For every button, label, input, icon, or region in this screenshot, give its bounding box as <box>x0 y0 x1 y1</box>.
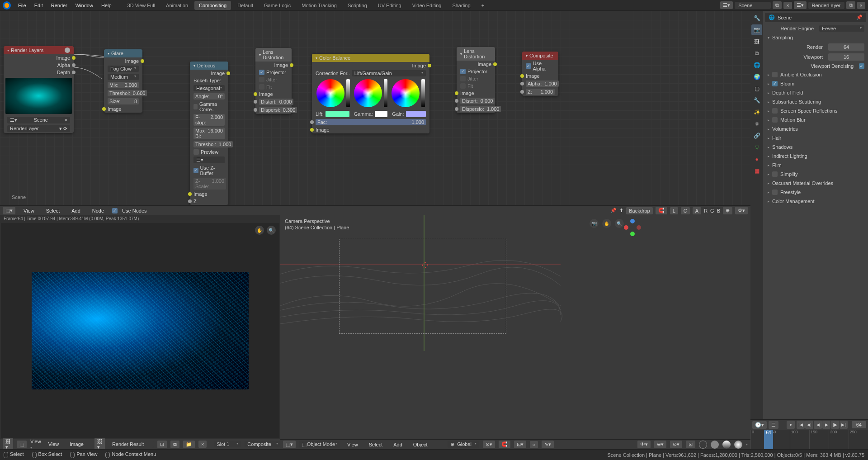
panel-ambient-occlusion[interactable]: ▸Ambient Occlusion <box>765 70 866 79</box>
workspace-tab[interactable]: Shading <box>448 1 475 10</box>
gamma-checkbox[interactable] <box>193 104 198 109</box>
menu-select[interactable]: Select <box>365 441 387 449</box>
tab-data-icon[interactable]: ▽ <box>751 142 762 153</box>
keyframe-next-icon[interactable]: |▶ <box>831 421 839 429</box>
axis-y-icon[interactable] <box>630 232 635 236</box>
projector-checkbox[interactable]: ✓ <box>259 70 264 75</box>
menu-object[interactable]: Object <box>410 441 431 449</box>
node-render-layers[interactable]: ▾Render Layers Image Alpha Depth ☰▾Scene… <box>4 46 74 133</box>
node-color-balance[interactable]: ▾Color Balance Image Correction For..Lif… <box>312 54 429 133</box>
panel-indirect-lighting[interactable]: ▸Indirect Lighting <box>765 152 866 161</box>
node-defocus[interactable]: ▾Defocus Image Bokeh Type: Hexagonal▾ An… <box>190 62 228 205</box>
pass-dropdown[interactable]: Composite▾ <box>245 441 281 447</box>
tab-constraints-icon[interactable]: 🔗 <box>751 130 762 141</box>
editor-type-icon[interactable]: ⬚▾ <box>283 441 296 448</box>
workspace-tab[interactable]: Video Editing <box>408 1 446 10</box>
panel-color-management[interactable]: ▸Color Management <box>765 197 866 206</box>
use-zbuffer-checkbox[interactable]: ✓ <box>193 168 198 173</box>
pivot-icon[interactable]: ⊙▾ <box>483 441 495 448</box>
backdrop-toggle[interactable]: Backdrop <box>626 207 652 214</box>
tab-viewlayer-icon[interactable]: ⧉ <box>751 48 762 59</box>
scene-selector[interactable]: Scene <box>735 2 771 9</box>
play-reverse-icon[interactable]: ◀ <box>814 421 822 429</box>
gain-color-wheel[interactable] <box>392 79 420 107</box>
gain-color-swatch[interactable] <box>406 111 426 117</box>
menu-view[interactable]: View ▾ <box>30 439 41 450</box>
camera-toggle-icon[interactable]: 📷 <box>590 219 599 228</box>
glare-quality-dropdown[interactable]: Medium▾ <box>108 74 139 80</box>
render-samples-value[interactable]: 64 <box>828 43 864 51</box>
tab-world-icon[interactable]: 🌍 <box>751 71 762 82</box>
menu-window[interactable]: Window <box>72 1 97 9</box>
dispersion-value[interactable]: Dispersio:1.000 <box>460 106 501 112</box>
use-count-icon[interactable]: ⊡ <box>157 441 167 448</box>
node-header[interactable]: ▾Lens Distortion <box>255 48 292 62</box>
shading-wireframe-icon[interactable] <box>699 441 707 449</box>
tab-scene-icon[interactable]: 🌐 <box>751 60 762 71</box>
overlays-icon[interactable]: ⊙▾ <box>670 441 682 448</box>
panel-checkbox[interactable] <box>772 81 778 86</box>
panel-sampling[interactable]: ▾Sampling <box>765 33 866 42</box>
menu-edit[interactable]: Edit <box>31 1 47 9</box>
workspace-tab-active[interactable]: Compositing <box>194 1 231 10</box>
preview-toggle-icon[interactable] <box>65 47 70 53</box>
use-alpha-checkbox[interactable]: ✓ <box>526 63 531 69</box>
gamma-color-swatch[interactable] <box>375 111 387 117</box>
engine-dropdown[interactable]: Eevee▾ <box>819 25 864 32</box>
node-lens-distortion-1[interactable]: ▾Lens Distortion Image ✓Projector Jitter… <box>255 48 292 114</box>
add-workspace-icon[interactable]: + <box>477 1 489 10</box>
image-name[interactable]: Render Result <box>108 441 154 448</box>
workspace-tab[interactable]: 3D View Full <box>123 1 160 10</box>
snap-icon[interactable]: 🧲 <box>499 441 510 448</box>
dispersion-value[interactable]: Dispersi:0.300 <box>259 107 297 113</box>
nav-gizmo[interactable] <box>624 219 642 237</box>
pan-tool-icon[interactable]: ✋ <box>255 226 264 235</box>
panel-checkbox[interactable] <box>772 117 778 123</box>
playhead[interactable]: 64 <box>764 430 773 450</box>
panel-subsurface-scattering[interactable]: ▸Subsurface Scattering <box>765 97 866 106</box>
node-header[interactable]: ▾Render Layers <box>4 46 74 54</box>
tab-texture-icon[interactable]: ▦ <box>751 166 762 176</box>
shading-options-icon[interactable]: ▾ <box>746 442 748 446</box>
image-view[interactable]: ✋ 🔍 <box>1 223 279 438</box>
layer-copy-icon[interactable]: ⧉ <box>846 1 855 9</box>
menu-view[interactable]: View <box>20 207 38 215</box>
size-value[interactable]: Size:8 <box>108 98 139 104</box>
maxblur-value[interactable]: Max Bl:16.000 <box>193 128 225 139</box>
correction-dropdown[interactable]: Lift/Gamma/Gain▾ <box>352 70 426 76</box>
node-lens-distortion-2[interactable]: ▾Lens Distortion Image ✓Projector Jitter… <box>457 47 495 113</box>
layer-dropdown[interactable]: RenderLayer▾ ⟳ <box>7 125 70 132</box>
editor-type-icon[interactable]: 🕐▾ <box>752 421 767 429</box>
gizmo-toggle-icon[interactable]: ⊕▾ <box>654 441 666 448</box>
layer-delete-icon[interactable]: × <box>857 2 865 9</box>
workspace-tab[interactable]: Motion Tracking <box>297 1 341 10</box>
panel-hair[interactable]: ▸Hair <box>765 133 866 142</box>
channel-r[interactable]: R <box>704 208 708 213</box>
panel-volumetrics[interactable]: ▸Volumetrics <box>765 124 866 133</box>
workspace-tab[interactable]: Animation <box>161 1 193 10</box>
overlay-icon[interactable]: ⊕ <box>723 207 732 214</box>
panel-depth-of-field[interactable]: ▸Depth of Field <box>765 88 866 97</box>
threshold-value[interactable]: Threshol:1.000 <box>193 141 233 147</box>
parent-icon[interactable]: ⬆ <box>619 208 623 213</box>
jump-start-icon[interactable]: |◀ <box>797 421 805 429</box>
panel-motion-blur[interactable]: ▸Motion Blur <box>765 115 866 124</box>
layer-browse-icon[interactable]: ☰▾ <box>794 1 807 9</box>
axis-z-icon[interactable] <box>630 219 635 223</box>
denoise-checkbox[interactable] <box>859 63 864 69</box>
panel-checkbox[interactable] <box>772 190 778 195</box>
panel-simplify[interactable]: ▸Simplify <box>765 170 866 179</box>
jump-end-icon[interactable]: ▶| <box>840 421 848 429</box>
panel-shadows[interactable]: ▸Shadows <box>765 142 866 152</box>
zoom-tool-icon[interactable]: 🔍 <box>267 226 276 235</box>
node-header[interactable]: ▾Color Balance <box>312 54 429 62</box>
axis-x-icon[interactable] <box>624 225 628 230</box>
channel-l[interactable]: L <box>670 207 678 214</box>
editor-type-icon[interactable]: ⬚▾ <box>3 207 15 214</box>
snap-icon[interactable]: 🧲 <box>656 207 667 214</box>
gamma-value-slider[interactable] <box>384 79 387 107</box>
fstop-value[interactable]: F-stop:2.000 <box>193 114 225 126</box>
menu-node[interactable]: Node <box>89 207 108 215</box>
timeline-track[interactable]: 050100150200250 64 <box>750 430 868 450</box>
tab-tool-icon[interactable]: 🔧 <box>751 13 762 24</box>
